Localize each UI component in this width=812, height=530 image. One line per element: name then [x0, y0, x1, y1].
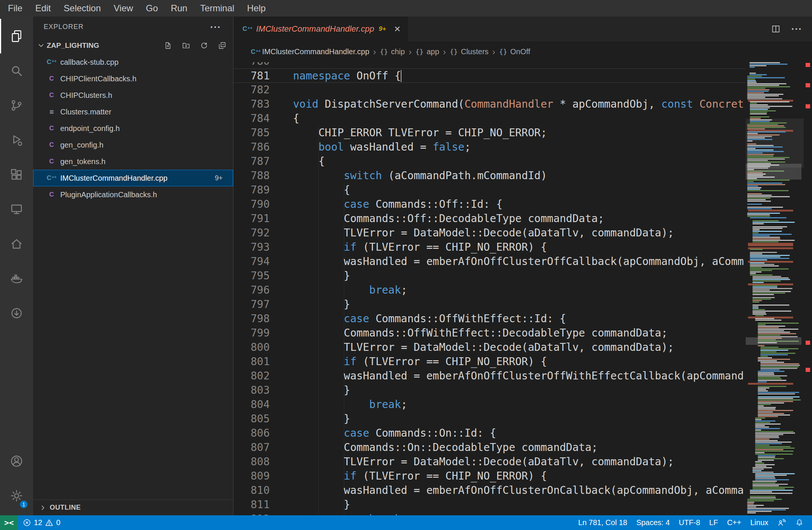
activity-bar: 1: [0, 17, 33, 515]
code-line-783[interactable]: 783void DispatchServerCommand(CommandHan…: [234, 97, 746, 111]
menu-item-help[interactable]: Help: [241, 0, 272, 17]
code-line-789[interactable]: 789 {: [234, 183, 746, 197]
menu-item-view[interactable]: View: [107, 0, 140, 17]
docker-icon[interactable]: [0, 261, 33, 296]
code-line-796[interactable]: 796 break;: [234, 283, 746, 297]
split-editor-icon[interactable]: [771, 24, 781, 34]
code-line-793[interactable]: 793 if (TLVError == CHIP_NO_ERROR) {: [234, 240, 746, 254]
file-item-CHIPClusters.h[interactable]: CCHIPClusters.h: [33, 87, 233, 104]
close-icon[interactable]: ×: [394, 24, 400, 34]
file-item-gen_config.h[interactable]: Cgen_config.h: [33, 137, 233, 153]
code-editor[interactable]: 780781namespace OnOff {782783void Dispat…: [234, 62, 812, 515]
line-number: 803: [234, 383, 270, 398]
code-line-809[interactable]: 809 if (TLVError == CHIP_NO_ERROR) {: [234, 469, 746, 483]
indentation-status[interactable]: Spaces: 4: [632, 518, 674, 527]
code-line-806[interactable]: 806 case Commands::On::Id: {: [234, 426, 746, 440]
folder-section-header[interactable]: ZAP_LIGHTING: [33, 37, 233, 54]
namespace-symbol-icon: {}: [450, 48, 458, 56]
tab-imclustercommandhandler[interactable]: C++ IMClusterCommandHandler.cpp 9+ ×: [234, 17, 408, 41]
remote-os-status[interactable]: Linux: [746, 518, 773, 527]
code-line-800[interactable]: 800 TLVError = DataModel::Decode(aDataTl…: [234, 340, 746, 355]
circle-arrow-icon[interactable]: [0, 296, 33, 330]
code-line-781[interactable]: 781namespace OnOff {: [234, 69, 746, 83]
breadcrumb-symbol-clusters[interactable]: {}Clusters: [450, 47, 488, 56]
file-item-callback-stub.cpp[interactable]: C++callback-stub.cpp: [33, 54, 233, 70]
breadcrumb-file[interactable]: C++IMClusterCommandHandler.cpp: [251, 47, 369, 56]
file-item-Clusters.matter[interactable]: ≡Clusters.matter: [33, 104, 233, 120]
code-line-799[interactable]: 799 Commands::OffWithEffect::DecodableTy…: [234, 326, 746, 340]
minimap[interactable]: [746, 62, 804, 515]
file-item-IMClusterCommandHandler.cpp[interactable]: C++IMClusterCommandHandler.cpp9+: [33, 170, 233, 186]
code-line-812[interactable]: 812 break;: [234, 512, 746, 515]
code-line-794[interactable]: 794 wasHandled = emberAfOnOffClusterOffC…: [234, 254, 746, 269]
code-line-808[interactable]: 808 TLVError = DataModel::Decode(aDataTl…: [234, 455, 746, 469]
remote-explorer-icon[interactable]: [0, 192, 33, 227]
file-item-PluginApplicationCallbacks.h[interactable]: CPluginApplicationCallbacks.h: [33, 186, 233, 203]
code-line-791[interactable]: 791 Commands::Off::DecodableType command…: [234, 212, 746, 226]
new-file-icon[interactable]: [164, 41, 172, 50]
views-more-actions-icon[interactable]: ···: [210, 22, 221, 32]
scrollbar-overview-ruler[interactable]: [804, 62, 812, 515]
extensions-icon[interactable]: [0, 157, 33, 192]
breadcrumb-symbol-chip[interactable]: {}chip: [380, 47, 405, 56]
file-item-endpoint_config.h[interactable]: Cendpoint_config.h: [33, 120, 233, 137]
language-status[interactable]: C++: [722, 518, 746, 527]
accounts-icon[interactable]: [0, 444, 33, 478]
menu-item-go[interactable]: Go: [139, 0, 164, 17]
menu-item-file[interactable]: File: [2, 0, 29, 17]
file-name: Clusters.matter: [60, 108, 111, 116]
code-line-810[interactable]: 810 wasHandled = emberAfOnOffClusterOnCa…: [234, 483, 746, 498]
line-number: 787: [234, 154, 270, 169]
problems-status[interactable]: 12 0: [18, 515, 65, 530]
settings-gear-icon[interactable]: 1: [0, 478, 33, 513]
code-line-786[interactable]: 786 bool wasHandled = false;: [234, 140, 746, 154]
code-line-782[interactable]: 782: [234, 83, 746, 97]
code-line-803[interactable]: 803 }: [234, 383, 746, 398]
code-line-801[interactable]: 801 if (TLVError == CHIP_NO_ERROR) {: [234, 355, 746, 369]
search-icon[interactable]: [0, 53, 33, 88]
code-line-798[interactable]: 798 case Commands::OffWithEffect::Id: {: [234, 312, 746, 326]
new-folder-icon[interactable]: [182, 41, 190, 50]
encoding-status[interactable]: UTF-8: [674, 518, 705, 527]
code-line-802[interactable]: 802 wasHandled = emberAfOnOffClusterOffW…: [234, 369, 746, 383]
outline-section-header[interactable]: OUTLINE: [33, 500, 233, 515]
cpp-file-icon: C++: [243, 25, 252, 33]
line-number: 784: [234, 111, 270, 126]
code-line-807[interactable]: 807 Commands::On::DecodableType commandD…: [234, 440, 746, 455]
line-number: 794: [234, 254, 270, 269]
code-line-805[interactable]: 805 }: [234, 412, 746, 426]
feedback-icon[interactable]: [773, 518, 791, 527]
breadcrumb-symbol-onoff[interactable]: {}OnOff: [499, 47, 530, 56]
code-line-792[interactable]: 792 TLVError = DataModel::Decode(aDataTl…: [234, 226, 746, 240]
refresh-icon[interactable]: [200, 41, 208, 50]
explorer-icon[interactable]: [0, 19, 33, 53]
editor-more-actions-icon[interactable]: ···: [791, 24, 802, 34]
menu-item-edit[interactable]: Edit: [29, 0, 57, 17]
code-line-785[interactable]: 785 CHIP_ERROR TLVError = CHIP_NO_ERROR;: [234, 126, 746, 140]
run-debug-icon[interactable]: [0, 123, 33, 157]
remote-indicator[interactable]: ><: [0, 515, 18, 530]
breadcrumb-symbol-app[interactable]: {}app: [415, 47, 439, 56]
collapse-all-icon[interactable]: [218, 41, 226, 50]
cursor-position-status[interactable]: Ln 781, Col 18: [574, 518, 632, 527]
code-line-804[interactable]: 804 break;: [234, 398, 746, 412]
line-number: 811: [234, 498, 270, 512]
code-line-780[interactable]: 780: [234, 62, 746, 69]
menu-item-selection[interactable]: Selection: [57, 0, 107, 17]
file-item-gen_tokens.h[interactable]: Cgen_tokens.h: [33, 153, 233, 170]
menu-item-terminal[interactable]: Terminal: [194, 0, 241, 17]
code-line-788[interactable]: 788 switch (aCommandPath.mCommandId): [234, 169, 746, 183]
code-line-787[interactable]: 787 {: [234, 154, 746, 169]
home-icon[interactable]: [0, 227, 33, 261]
eol-status[interactable]: LF: [705, 518, 722, 527]
notifications-bell-icon[interactable]: [791, 518, 808, 527]
file-item-CHIPClientCallbacks.h[interactable]: CCHIPClientCallbacks.h: [33, 70, 233, 87]
code-line-784[interactable]: 784{: [234, 111, 746, 126]
menu-item-run[interactable]: Run: [164, 0, 194, 17]
code-text: TLVError = DataModel::Decode(aDataTlv, c…: [293, 455, 674, 469]
code-line-790[interactable]: 790 case Commands::Off::Id: {: [234, 197, 746, 212]
source-control-icon[interactable]: [0, 88, 33, 123]
code-line-795[interactable]: 795 }: [234, 269, 746, 283]
code-line-797[interactable]: 797 }: [234, 297, 746, 312]
code-line-811[interactable]: 811 }: [234, 498, 746, 512]
